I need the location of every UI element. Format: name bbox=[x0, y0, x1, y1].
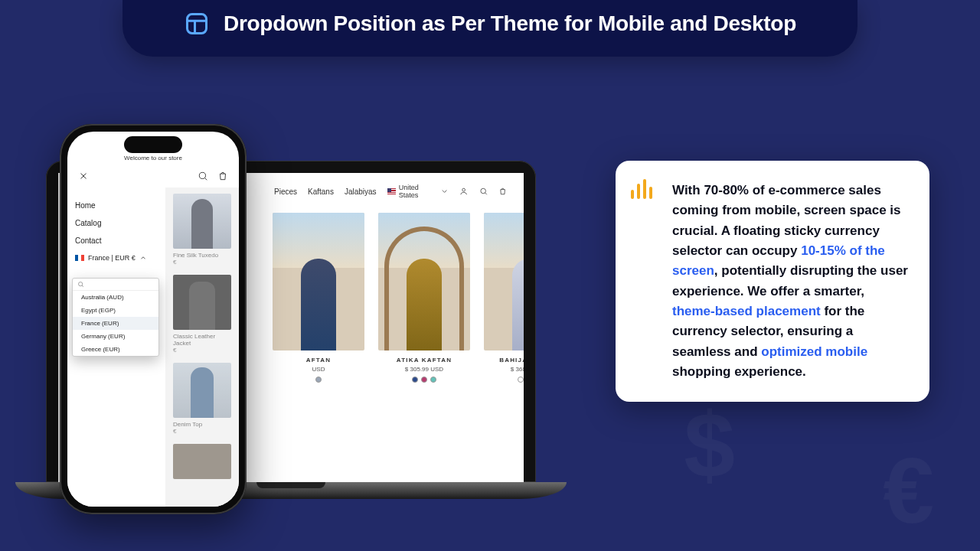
svg-point-2 bbox=[480, 188, 485, 194]
info-highlight: optimized mobile bbox=[761, 344, 867, 359]
chevron-down-icon bbox=[440, 187, 449, 196]
info-text: With 70-80% of e-commerce sales coming f… bbox=[672, 181, 908, 382]
currency-label: United States bbox=[399, 184, 437, 199]
product-card[interactable]: Fine Silk Tuxedo € bbox=[165, 187, 239, 269]
search-icon[interactable] bbox=[198, 171, 208, 181]
swatch[interactable] bbox=[518, 377, 524, 383]
swatch[interactable] bbox=[430, 377, 436, 383]
product-card[interactable]: ATIKA KAFTAN $ 305.99 USD bbox=[378, 213, 470, 383]
bar-chart-icon bbox=[631, 179, 652, 199]
us-flag-icon bbox=[387, 188, 396, 194]
sidebar-item-contact[interactable]: Contact bbox=[75, 232, 158, 249]
info-card: With 70-80% of e-commerce sales coming f… bbox=[616, 161, 929, 402]
info-highlight: theme-based placement bbox=[672, 304, 821, 318]
search-icon bbox=[77, 281, 84, 288]
swatch[interactable] bbox=[421, 377, 427, 383]
nav-tab[interactable]: Pieces bbox=[274, 187, 297, 196]
france-flag-icon bbox=[75, 255, 84, 261]
currency-option-selected[interactable]: France (EUR) bbox=[73, 317, 158, 330]
nav-tab[interactable]: Kaftans bbox=[308, 187, 334, 196]
currency-dropdown: Australia (AUD) Egypt (EGP) France (EUR)… bbox=[72, 278, 159, 357]
currency-option[interactable]: Greece (EUR) bbox=[73, 343, 158, 356]
mobile-sidebar: Home Catalog Contact France | EUR € Aust… bbox=[67, 187, 165, 507]
dropdown-search[interactable] bbox=[73, 279, 158, 291]
nav-tab[interactable]: Jalabiyas bbox=[345, 187, 377, 196]
product-card[interactable]: AFTAN USD bbox=[273, 213, 364, 383]
currency-selector[interactable]: United States bbox=[387, 184, 449, 199]
product-card[interactable]: Classic Leather Jacket € bbox=[165, 269, 239, 357]
bag-icon[interactable] bbox=[217, 171, 228, 181]
svg-point-1 bbox=[462, 188, 466, 191]
phone-toolbar bbox=[67, 168, 239, 187]
search-icon[interactable] bbox=[479, 187, 488, 196]
svg-point-3 bbox=[199, 172, 205, 178]
product-card[interactable]: Denim Top € bbox=[165, 357, 239, 438]
mobile-content: Fine Silk Tuxedo € Classic Leather Jacke… bbox=[165, 187, 239, 507]
svg-point-4 bbox=[79, 282, 83, 286]
info-part: shopping experience. bbox=[672, 364, 806, 379]
chevron-up-icon bbox=[139, 254, 147, 262]
sidebar-item-catalog[interactable]: Catalog bbox=[75, 214, 158, 232]
user-icon[interactable] bbox=[459, 187, 468, 196]
swatch[interactable] bbox=[315, 377, 322, 383]
app-logo-icon bbox=[184, 11, 210, 37]
product-card[interactable]: BAHIJA KAFTAN $ 368.99 USD bbox=[484, 213, 524, 383]
currency-label: France | EUR € bbox=[88, 254, 136, 262]
currency-option[interactable]: Egypt (EGP) bbox=[73, 304, 158, 317]
page-header: Dropdown Position as Per Theme for Mobil… bbox=[122, 0, 858, 57]
close-icon[interactable] bbox=[78, 171, 89, 181]
bag-icon[interactable] bbox=[498, 187, 507, 196]
phone-screen: Welcome to our store Home Catalog Contac… bbox=[67, 132, 239, 507]
phone-mockup: Welcome to our store Home Catalog Contac… bbox=[60, 124, 247, 514]
swatch[interactable] bbox=[412, 377, 418, 383]
currency-selector[interactable]: France | EUR € bbox=[75, 249, 158, 266]
sidebar-item-home[interactable]: Home bbox=[75, 197, 158, 214]
currency-option[interactable]: Australia (AUD) bbox=[73, 291, 158, 304]
phone-notch bbox=[124, 136, 182, 153]
svg-rect-0 bbox=[188, 15, 207, 34]
currency-option[interactable]: Germany (EUR) bbox=[73, 330, 158, 343]
page-title: Dropdown Position as Per Theme for Mobil… bbox=[224, 11, 796, 36]
product-card[interactable] bbox=[165, 438, 239, 485]
